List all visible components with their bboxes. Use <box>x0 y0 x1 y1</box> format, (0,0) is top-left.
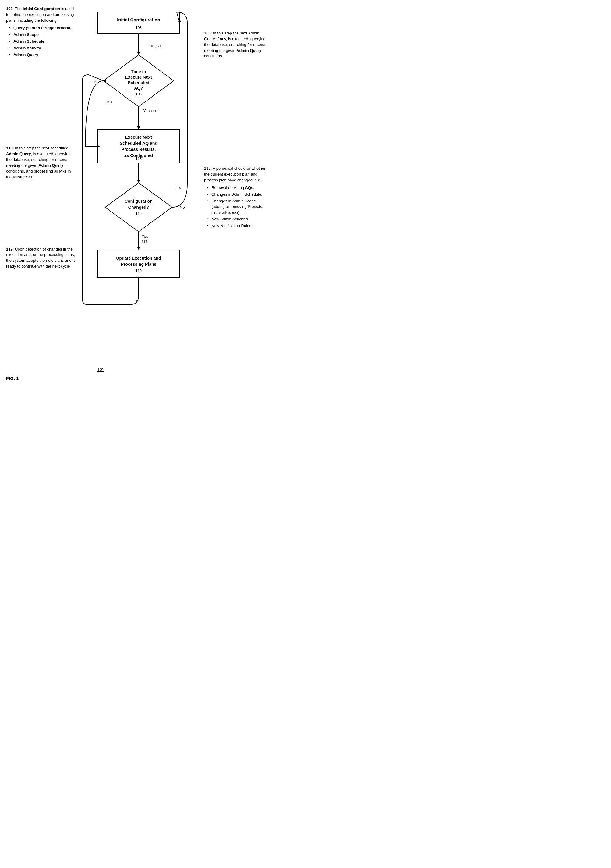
note-105: 105: In this step the next Admin Query, … <box>204 31 268 59</box>
label-117: 117 <box>142 240 147 243</box>
initial-config-num: 103 <box>136 26 142 30</box>
diagram-number-text: 101 <box>97 367 104 372</box>
label-107: 107 <box>176 186 181 189</box>
label-107-121: 107,121 <box>149 44 161 48</box>
label-yes-111: Yes 111 <box>143 108 156 113</box>
diagram-number: 101 <box>97 367 104 372</box>
right-annotations: 105: In this step the next Admin Query, … <box>204 31 268 238</box>
bullet-admin-activity: Admin Activity <box>9 45 76 51</box>
note-115-bullets: Removal of exiting AQs. Changes in Admin… <box>204 185 268 229</box>
label-no-109: No <box>93 79 98 83</box>
figure-label: FIG. 1 <box>6 376 19 381</box>
bullet-admin-schedule: Admin Schedule <box>9 39 76 44</box>
left-annotations: 103: The Initial Configuration is used t… <box>6 6 76 275</box>
note-105-number: 105 <box>204 31 211 36</box>
flowchart-svg: Initial Configuration 103 107,121 Time t… <box>79 6 198 341</box>
note-115-number: 115 <box>204 166 211 170</box>
note-113-number: 113 <box>6 146 13 150</box>
note-115: 115: A periodical check for whether the … <box>204 166 268 229</box>
note-119: 119: Upon detection of changes in the ex… <box>6 246 76 270</box>
time-execute-label-1: Time to <box>131 69 146 74</box>
bullet-new-activities: New Admin Activities. <box>207 216 268 222</box>
page-container: 103: The Initial Configuration is used t… <box>6 6 268 384</box>
time-execute-label-3: Scheduled <box>128 80 150 85</box>
note-103-number: 103 <box>6 6 13 11</box>
bullet-admin-scope: Changes in Admin Scope (adding or removi… <box>207 198 268 215</box>
note-119-number: 119 <box>6 247 13 251</box>
bullet-query: Query (search / trigger criteria) <box>9 25 76 31</box>
note-103: 103: The Initial Configuration is used t… <box>6 6 76 57</box>
note-115-text: : A periodical check for whether the cur… <box>204 166 266 182</box>
arrow-yes-2-head <box>137 247 140 250</box>
label-yes-117: Yes <box>142 234 148 239</box>
bullet-removal: Removal of exiting AQs. <box>207 185 268 191</box>
update-plans-num: 119 <box>136 269 142 273</box>
label-121: 121 <box>136 299 141 303</box>
time-execute-label-4: AQ? <box>134 86 143 90</box>
bullet-new-notif: New Notification Rules. <box>207 223 268 229</box>
execute-aq-num: 113 <box>136 157 142 161</box>
note-103-text: : The Initial Configuration is used to d… <box>6 6 74 23</box>
arrow-2-head <box>137 180 140 183</box>
execute-aq-label-1: Execute Next <box>125 135 152 140</box>
execute-aq-label-2: Scheduled AQ and <box>120 141 158 146</box>
bullet-admin-query: Admin Query <box>9 52 76 57</box>
label-no-right: No <box>180 205 185 210</box>
note-105-text: : In this step the next Admin Query, if … <box>204 31 266 58</box>
update-plans-label-1: Update Execution and <box>116 256 161 260</box>
config-changed-label-1: Configuration <box>125 199 153 204</box>
note-119-text: : Upon detection of changes in the execu… <box>6 247 76 269</box>
time-execute-label-2: Execute Next <box>125 75 152 79</box>
execute-aq-label-3: Process Results, <box>122 147 156 152</box>
note-113-text: : In this step the next scheduled Admin … <box>6 146 71 179</box>
bullet-admin-schedule: Changes in Admin Schedule. <box>207 192 268 197</box>
initial-config-box <box>97 12 180 34</box>
arrow-yes-head <box>137 127 140 130</box>
no-loop-path <box>172 12 187 207</box>
config-changed-label-2: Changed? <box>128 205 149 210</box>
config-changed-num: 115 <box>136 211 142 216</box>
time-execute-num: 105 <box>136 92 142 96</box>
arrow-1-head <box>137 52 140 55</box>
update-plans-label-2: Processing Plans <box>121 262 156 267</box>
initial-config-label: Initial Configuration <box>117 17 160 22</box>
flowchart-area: Initial Configuration 103 107,121 Time t… <box>79 6 201 342</box>
bullet-admin-scope: Admin Scope <box>9 32 76 37</box>
label-109: 109 <box>107 100 112 104</box>
note-103-bullets: Query (search / trigger criteria) Admin … <box>6 25 76 58</box>
note-113: 113: In this step the next scheduled Adm… <box>6 146 76 180</box>
